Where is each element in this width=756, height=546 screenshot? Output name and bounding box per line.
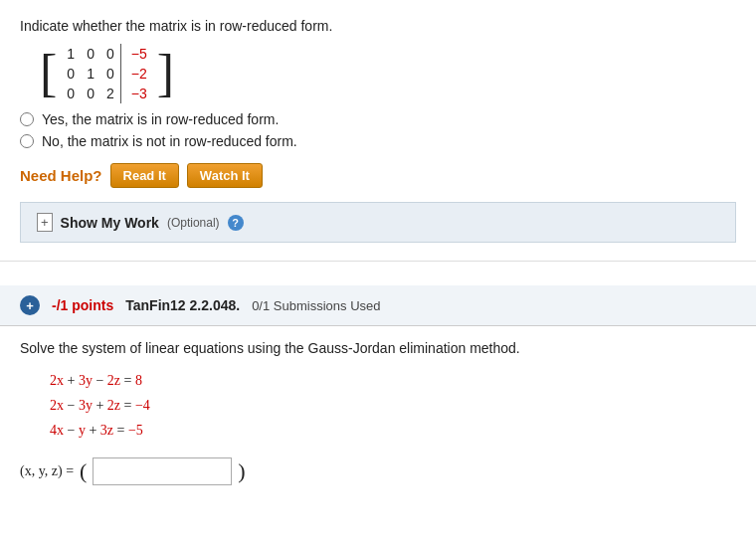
radio-group: Yes, the matrix is in row-reduced form. … <box>20 111 736 149</box>
help-icon[interactable]: ? <box>228 215 244 231</box>
equation-3: 4x − y + 3z = −5 <box>50 418 736 443</box>
radio-yes-label[interactable]: Yes, the matrix is in row-reduced form. <box>42 111 279 127</box>
bracket-left: [ <box>40 48 57 99</box>
read-it-button[interactable]: Read It <box>110 163 179 188</box>
radio-yes[interactable] <box>20 112 34 126</box>
matrix-display: [ 1 0 0 −5 0 1 0 −2 0 0 2 −3 ] <box>40 44 174 103</box>
close-paren: ) <box>238 460 245 482</box>
open-paren: ( <box>80 460 87 482</box>
radio-no-label[interactable]: No, the matrix is not in row-reduced for… <box>42 133 297 149</box>
problem-id: TanFin12 2.2.048. <box>125 297 240 313</box>
radio-option-no[interactable]: No, the matrix is not in row-reduced for… <box>20 133 736 149</box>
optional-label: (Optional) <box>167 216 220 230</box>
need-help-label: Need Help? <box>20 167 102 184</box>
matrix-row: 0 0 2 −3 <box>61 84 152 103</box>
radio-no[interactable] <box>20 134 34 148</box>
points-icon: + <box>20 295 40 315</box>
matrix-table: 1 0 0 −5 0 1 0 −2 0 0 2 −3 <box>61 44 152 103</box>
points-text: -/1 points <box>52 297 113 313</box>
problem-statement: Solve the system of linear equations usi… <box>20 340 736 356</box>
matrix-row: 1 0 0 −5 <box>61 44 152 64</box>
matrix-row: 0 1 0 −2 <box>61 64 152 84</box>
watch-it-button[interactable]: Watch It <box>187 163 263 188</box>
show-work-label: Show My Work <box>61 215 159 231</box>
need-help-row: Need Help? Read It Watch It <box>20 163 736 188</box>
answer-row: (x, y, z) = ( ) <box>20 457 736 485</box>
equation-2: 2x − 3y + 2z = −4 <box>50 393 736 418</box>
show-my-work-bar[interactable]: + Show My Work (Optional) ? <box>20 202 736 243</box>
problem-body: Solve the system of linear equations usi… <box>0 326 756 499</box>
submissions-text: 0/1 Submissions Used <box>252 298 380 313</box>
question-text: Indicate whether the matrix is in row-re… <box>20 18 736 34</box>
equation-block: 2x + 3y − 2z = 8 2x − 3y + 2z = −4 4x <box>50 368 736 444</box>
bracket-right: ] <box>157 48 174 99</box>
expand-icon[interactable]: + <box>37 213 53 232</box>
equation-1: 2x + 3y − 2z = 8 <box>50 368 736 393</box>
problem-header: + -/1 points TanFin12 2.2.048. 0/1 Submi… <box>0 285 756 326</box>
section-2: + -/1 points TanFin12 2.2.048. 0/1 Submi… <box>0 285 756 499</box>
radio-option-yes[interactable]: Yes, the matrix is in row-reduced form. <box>20 111 736 127</box>
answer-label: (x, y, z) = <box>20 463 74 479</box>
answer-input[interactable] <box>93 457 232 485</box>
section-1: Indicate whether the matrix is in row-re… <box>0 0 756 262</box>
